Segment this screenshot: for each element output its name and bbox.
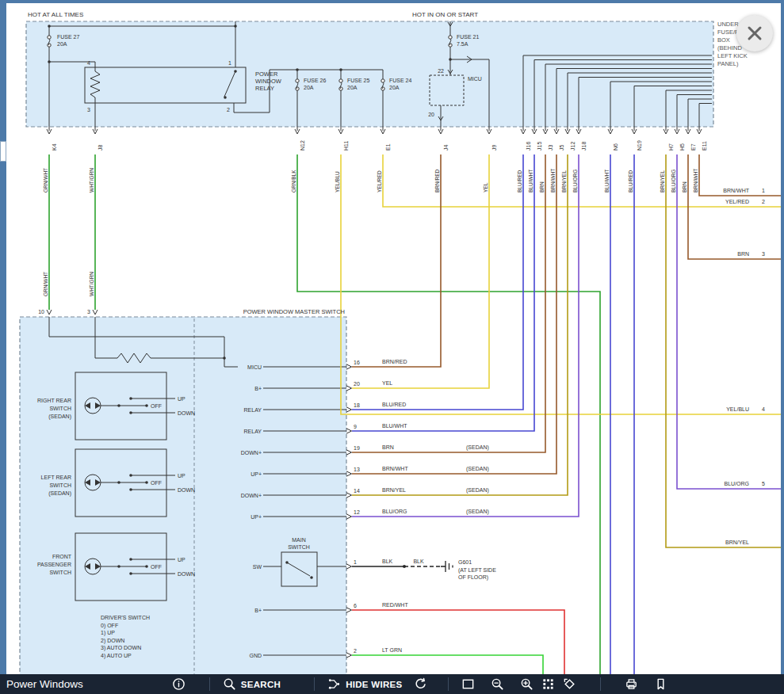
fuse25-rating: 20A	[347, 85, 358, 90]
grid-zoom-button[interactable]	[541, 677, 555, 691]
toolbar-divider	[448, 677, 449, 691]
pin-id: N6	[613, 143, 618, 151]
wire-label: YEL	[483, 182, 488, 193]
row-wire-label: BLK	[382, 559, 393, 564]
refresh-button[interactable]	[414, 677, 427, 691]
row-wire-label: RED/WHT	[382, 602, 408, 608]
relay-label: RELAY	[255, 85, 274, 92]
row-wire-label: BRN/WHT	[382, 466, 408, 471]
yellow-wires	[341, 154, 781, 414]
pin-id: E7	[690, 143, 696, 151]
row-variant-tag: (SEDAN)	[466, 466, 489, 472]
exit-number: 5	[762, 481, 765, 486]
light-green-wires	[352, 655, 543, 674]
row-label: DOWN+	[241, 450, 262, 456]
zoom-in-button[interactable]	[520, 677, 534, 691]
row-pin-number: 14	[354, 488, 360, 494]
relay-label: WINDOW	[255, 78, 282, 85]
row-pin-number: 6	[354, 603, 357, 608]
toolbar-divider	[600, 677, 601, 691]
zoom-out-button[interactable]	[491, 677, 504, 691]
search-icon	[223, 677, 236, 691]
red-wires	[352, 610, 564, 674]
row-pin-number: 9	[354, 424, 357, 429]
pin-id: J4	[443, 145, 449, 151]
switch-label: (SEDAN)	[48, 414, 71, 420]
scroll-indicator[interactable]	[0, 141, 6, 162]
row-label: B+	[254, 608, 262, 613]
fuse21-label: FUSE 21	[457, 34, 480, 40]
switch-down-label: DOWN	[178, 410, 195, 416]
relay-pin-1: 1	[228, 60, 231, 66]
search-button[interactable]: SEARCH	[223, 677, 281, 691]
hide-wires-button[interactable]: HIDE WIRES	[327, 677, 402, 691]
close-icon	[736, 15, 773, 51]
blue-orange-wires	[352, 154, 781, 517]
hot-label-left: HOT AT ALL TIMES	[28, 11, 83, 18]
page-title: Power Windows	[6, 678, 83, 690]
exit-number: 2	[762, 199, 765, 204]
pin-id: N12	[300, 140, 305, 151]
wire-label: BLU/WHT	[528, 170, 534, 193]
exit-wire-label: BRN/WHT	[723, 188, 749, 193]
row-label: SW	[253, 564, 262, 570]
wire-label: GRN/BLK	[291, 170, 296, 193]
drivers-switch-note: 3) AUTO DOWN	[101, 645, 141, 651]
switch-label: SWITCH	[49, 406, 71, 411]
wire-label: YEL/RED	[377, 170, 382, 193]
blk-wire-label: BLK	[413, 559, 424, 564]
bookmark-button[interactable]	[654, 677, 667, 691]
wire-label: YEL/BLU	[335, 171, 340, 193]
row-pin-number: 13	[354, 467, 360, 472]
exit-number: 3	[762, 251, 765, 257]
row-label: UP+	[250, 514, 262, 520]
entry-pin-number: 10	[38, 309, 44, 315]
fuse25-label: FUSE 25	[347, 78, 370, 83]
info-button[interactable]	[172, 677, 185, 691]
brown-wires	[352, 154, 781, 474]
pin-id: H5	[679, 143, 685, 151]
row-pin-number: 12	[354, 509, 360, 515]
switch-off-label: OFF	[151, 564, 162, 570]
switch-label: SWITCH	[49, 570, 71, 575]
row-wire-label: LT GRN	[382, 647, 402, 653]
row-label: RELAY	[244, 429, 262, 434]
wire-label: BRN/YEL	[660, 170, 665, 193]
search-label: SEARCH	[241, 680, 281, 689]
connector-pin-ids: K4 J8 N12 H11 E1 J4 J9 J16 J15 J3 J5 J12…	[52, 140, 707, 151]
right-exit-labels: BRN/WHT 1 YEL/RED 2 BRN 3 YEL/BLU 4 BLU/…	[723, 188, 765, 545]
master-switch-title: POWER WINDOW MASTER SWITCH	[243, 308, 345, 315]
exit-wire-label: BLU/ORG	[724, 481, 749, 486]
wire-label: BRN/YEL	[561, 170, 567, 193]
row-label: UP+	[250, 471, 262, 477]
fuse26-label: FUSE 26	[304, 78, 327, 83]
row-wire-label: BLU/WHT	[382, 423, 407, 429]
wire-label: BRN/RED	[434, 169, 440, 193]
marquee-zoom-button[interactable]	[461, 677, 475, 691]
row-wire-label: BRN	[382, 444, 394, 450]
note-line: BOX	[717, 36, 730, 44]
switch-down-label: DOWN	[178, 487, 195, 493]
row-label: MICU	[247, 364, 262, 370]
switch-up-label: UP	[178, 557, 185, 562]
switch-label: SWITCH	[49, 482, 71, 488]
reset-view-button[interactable]	[563, 677, 576, 691]
drivers-switch-note: 1) UP	[101, 630, 115, 636]
pin-id: H7	[668, 143, 674, 151]
bottom-toolbar: Power Windows SEARCH HIDE WIRES	[0, 674, 784, 694]
micu-pin-22: 22	[438, 68, 444, 74]
print-button[interactable]	[625, 677, 638, 691]
fuse24-rating: 20A	[389, 85, 400, 90]
toolbar-divider	[314, 677, 315, 691]
row-variant-tag: (SEDAN)	[466, 487, 489, 494]
wire-label: BLU/WHT	[604, 170, 610, 193]
hide-wires-icon	[327, 677, 341, 691]
row-label: GND	[249, 653, 262, 658]
close-button[interactable]	[736, 15, 773, 51]
grid-zoom-icon	[541, 677, 555, 691]
print-icon	[625, 677, 638, 691]
switch-off-label: OFF	[151, 480, 162, 486]
micu-label: MICU	[468, 76, 482, 82]
switch-up-label: UP	[178, 396, 185, 402]
main-switch-label: MAIN	[292, 537, 306, 543]
